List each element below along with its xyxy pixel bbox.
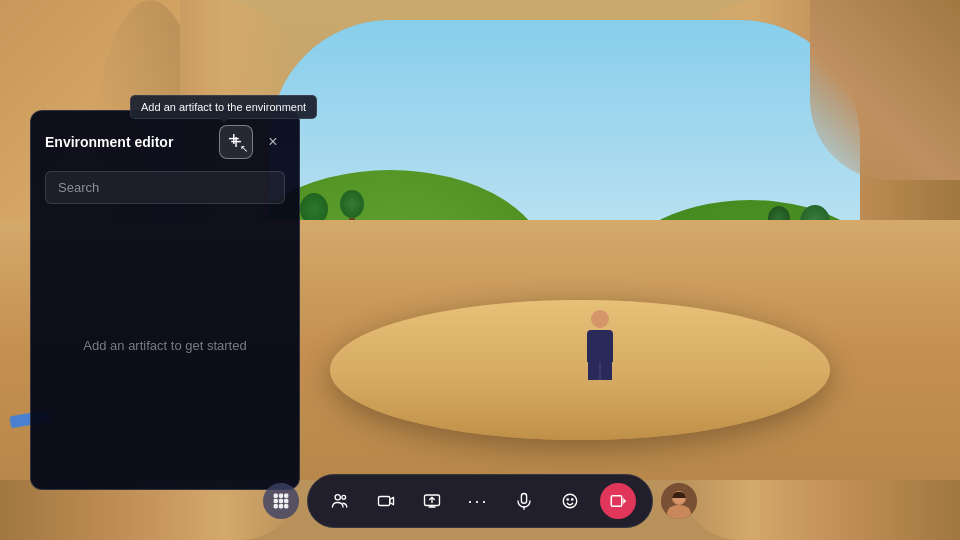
svg-point-17 bbox=[572, 499, 574, 501]
svg-rect-2 bbox=[285, 494, 288, 497]
people-button[interactable] bbox=[324, 485, 356, 517]
emoji-button[interactable] bbox=[554, 485, 586, 517]
more-dots: ··· bbox=[467, 492, 488, 510]
svg-rect-18 bbox=[611, 496, 622, 507]
share-icon bbox=[423, 492, 441, 510]
svg-rect-5 bbox=[285, 500, 288, 503]
tooltip-text: Add an artifact to the environment bbox=[141, 101, 306, 113]
media-button[interactable] bbox=[370, 485, 402, 517]
empty-state-text: Add an artifact to get started bbox=[83, 338, 246, 353]
people-icon bbox=[331, 492, 349, 510]
cursor-icon: ↖ bbox=[240, 144, 248, 154]
svg-point-16 bbox=[567, 499, 569, 501]
panel-title: Environment editor bbox=[45, 134, 173, 150]
mic-icon bbox=[515, 492, 533, 510]
top-right-accent bbox=[810, 0, 960, 180]
svg-rect-3 bbox=[274, 500, 277, 503]
svg-marker-19 bbox=[623, 498, 626, 504]
svg-rect-8 bbox=[285, 505, 288, 508]
tooltip: Add an artifact to the environment bbox=[130, 95, 317, 119]
environment-editor-panel: Environment editor + ↖ × Search Add an a… bbox=[30, 110, 300, 490]
search-placeholder: Search bbox=[58, 180, 99, 195]
share-button[interactable] bbox=[416, 485, 448, 517]
emoji-icon bbox=[561, 492, 579, 510]
svg-rect-1 bbox=[280, 494, 283, 497]
svg-rect-7 bbox=[280, 505, 283, 508]
search-bar[interactable]: Search bbox=[45, 171, 285, 204]
bottom-toolbar: ··· bbox=[263, 474, 697, 528]
apps-icon bbox=[272, 492, 290, 510]
panel-header: Environment editor + ↖ × bbox=[45, 125, 285, 159]
empty-state: Add an artifact to get started bbox=[45, 216, 285, 475]
avatar-character bbox=[580, 310, 620, 380]
media-icon bbox=[377, 492, 395, 510]
close-panel-button[interactable]: × bbox=[261, 130, 285, 154]
svg-rect-4 bbox=[280, 500, 283, 503]
apps-button[interactable] bbox=[263, 483, 299, 519]
add-artifact-button[interactable]: + ↖ bbox=[219, 125, 253, 159]
svg-rect-11 bbox=[379, 497, 390, 506]
svg-point-9 bbox=[335, 495, 340, 500]
mic-button[interactable] bbox=[508, 485, 540, 517]
main-toolbar-pill: ··· bbox=[307, 474, 653, 528]
more-button[interactable]: ··· bbox=[462, 485, 494, 517]
record-button[interactable] bbox=[600, 483, 636, 519]
svg-rect-6 bbox=[274, 505, 277, 508]
svg-rect-0 bbox=[274, 494, 277, 497]
user-avatar-image bbox=[661, 483, 697, 519]
svg-point-10 bbox=[342, 495, 346, 499]
svg-point-15 bbox=[563, 494, 577, 508]
user-avatar-button[interactable] bbox=[661, 483, 697, 519]
record-icon bbox=[609, 492, 627, 510]
panel-header-buttons: + ↖ × bbox=[219, 125, 285, 159]
svg-rect-13 bbox=[521, 494, 526, 504]
